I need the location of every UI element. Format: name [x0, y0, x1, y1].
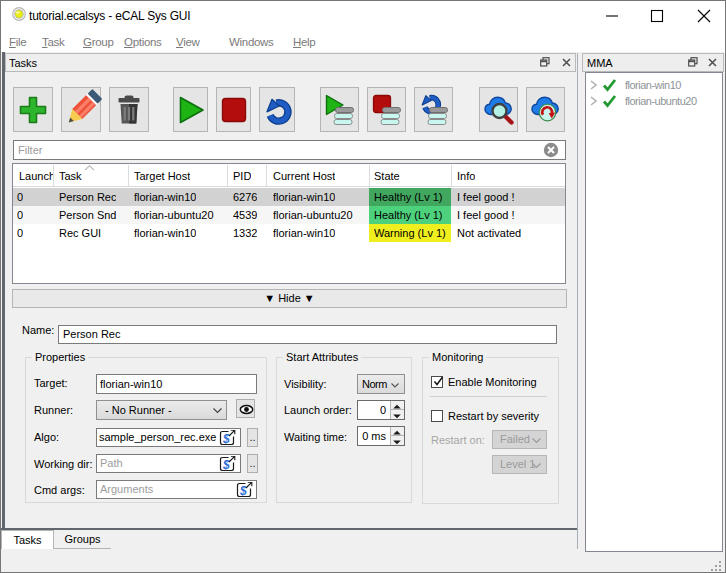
svg-text:$: $	[222, 432, 230, 446]
svg-text:$: $	[239, 484, 247, 498]
svg-text:$: $	[222, 458, 230, 472]
